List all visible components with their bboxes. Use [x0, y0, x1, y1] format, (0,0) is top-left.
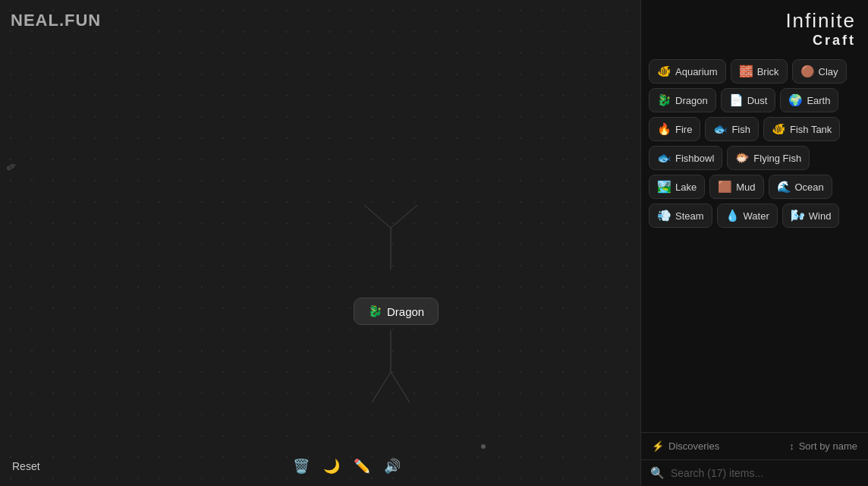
canvas-area[interactable]: NEAL.FUN ✏ 🐉 Dragon Reset 🗑️ 🌙 ✏️ 🔊 [0, 0, 640, 486]
lake-label: Lake [675, 181, 697, 193]
svg-point-6 [481, 444, 486, 449]
app-title: Infinite Craft [641, 0, 868, 55]
element-chip-water[interactable]: 💧Water [717, 204, 778, 228]
mud-emoji: 🟫 [718, 180, 732, 194]
sort-icon: ↕ [789, 440, 794, 452]
draw-icon[interactable]: ✏️ [354, 458, 370, 475]
element-chip-dragon[interactable]: 🐉Dragon [649, 88, 716, 112]
search-bar: 🔍 [641, 459, 868, 486]
fish-emoji: 🐟 [713, 122, 728, 136]
dust-label: Dust [747, 95, 768, 106]
element-chip-steam[interactable]: 💨Steam [649, 204, 712, 228]
element-chip-brick[interactable]: 🧱Brick [731, 59, 788, 84]
svg-line-2 [391, 205, 417, 228]
dragon-emoji: 🐉 [368, 305, 382, 318]
fish-label: Fish [731, 124, 750, 135]
pencil-icon: ✏ [3, 158, 19, 175]
flying-fish-label: Flying Fish [753, 153, 801, 164]
element-chip-mud[interactable]: 🟫Mud [709, 175, 763, 199]
delete-icon[interactable]: 🗑️ [293, 458, 310, 475]
title-sub: Craft [653, 33, 856, 49]
clay-emoji: 🟤 [800, 65, 815, 78]
ocean-emoji: 🌊 [777, 180, 791, 194]
sidebar: Infinite Craft 🐠Aquarium🧱Brick🟤Clay🐉Drag… [640, 0, 868, 486]
fire-emoji: 🔥 [657, 122, 671, 136]
aquarium-label: Aquarium [675, 66, 718, 77]
earth-label: Earth [807, 95, 830, 106]
ocean-label: Ocean [795, 181, 824, 193]
canvas-lines [0, 0, 640, 486]
reset-button[interactable]: Reset [12, 460, 40, 472]
steam-emoji: 💨 [657, 209, 671, 222]
search-icon: 🔍 [650, 466, 665, 480]
flying-fish-emoji: 🐡 [735, 151, 750, 165]
dust-emoji: 📄 [729, 93, 744, 107]
mud-label: Mud [736, 181, 755, 193]
sidebar-bottom: ⚡ Discoveries ↕ Sort by name 🔍 [641, 432, 868, 486]
sort-label: Sort by name [799, 440, 857, 452]
element-chip-fire[interactable]: 🔥Fire [649, 117, 700, 141]
fishbowl-emoji: 🐟 [657, 151, 671, 165]
fire-label: Fire [675, 124, 692, 135]
toolbar-icons: 🗑️ 🌙 ✏️ 🔊 [293, 458, 401, 475]
wind-emoji: 🌬️ [791, 209, 805, 222]
logo-text: NEAL.FUN [11, 11, 101, 30]
element-chip-ocean[interactable]: 🌊Ocean [769, 175, 832, 199]
svg-line-1 [364, 205, 391, 228]
element-chip-fishbowl[interactable]: 🐟Fishbowl [649, 146, 722, 170]
element-chip-fish[interactable]: 🐟Fish [705, 117, 759, 141]
svg-line-5 [391, 372, 410, 402]
fishbowl-label: Fishbowl [675, 153, 714, 164]
clay-label: Clay [819, 66, 838, 77]
sound-icon[interactable]: 🔊 [384, 458, 401, 475]
water-label: Water [744, 210, 769, 222]
dragon-canvas-element[interactable]: 🐉 Dragon [354, 298, 439, 325]
elements-grid: 🐠Aquarium🧱Brick🟤Clay🐉Dragon📄Dust🌍Earth🔥F… [641, 55, 868, 432]
logo: NEAL.FUN [11, 11, 101, 30]
search-input[interactable] [671, 467, 859, 479]
dragon-label: Dragon [675, 95, 708, 106]
aquarium-emoji: 🐠 [657, 65, 671, 78]
brick-label: Brick [757, 66, 779, 77]
brick-emoji: 🧱 [739, 65, 753, 78]
lake-emoji: 🏞️ [657, 180, 671, 194]
element-chip-fish-tank[interactable]: 🐠Fish Tank [763, 117, 840, 141]
sort-button[interactable]: ↕ Sort by name [789, 440, 857, 452]
element-chip-wind[interactable]: 🌬️Wind [782, 204, 840, 228]
element-chip-flying-fish[interactable]: 🐡Flying Fish [727, 146, 810, 170]
wind-label: Wind [809, 210, 832, 222]
bottom-toolbar: Reset 🗑️ 🌙 ✏️ 🔊 [0, 447, 413, 486]
element-chip-lake[interactable]: 🏞️Lake [649, 175, 705, 199]
element-chip-aquarium[interactable]: 🐠Aquarium [649, 59, 726, 84]
title-main: Infinite [653, 9, 856, 33]
element-chip-clay[interactable]: 🟤Clay [792, 59, 847, 84]
dragon-emoji: 🐉 [657, 93, 671, 107]
fish-tank-emoji: 🐠 [772, 122, 786, 136]
dark-mode-icon[interactable]: 🌙 [323, 458, 340, 475]
discoveries-button[interactable]: ⚡ Discoveries [652, 440, 719, 452]
earth-emoji: 🌍 [788, 93, 803, 107]
dragon-label: Dragon [387, 305, 424, 318]
steam-label: Steam [675, 210, 704, 222]
discoveries-label: Discoveries [668, 440, 719, 452]
svg-line-4 [372, 372, 391, 402]
sidebar-footer: ⚡ Discoveries ↕ Sort by name [641, 433, 868, 459]
fish-tank-label: Fish Tank [790, 124, 832, 135]
element-chip-earth[interactable]: 🌍Earth [780, 88, 838, 112]
discoveries-icon: ⚡ [652, 440, 664, 452]
water-emoji: 💧 [725, 209, 740, 222]
element-chip-dust[interactable]: 📄Dust [721, 88, 776, 112]
